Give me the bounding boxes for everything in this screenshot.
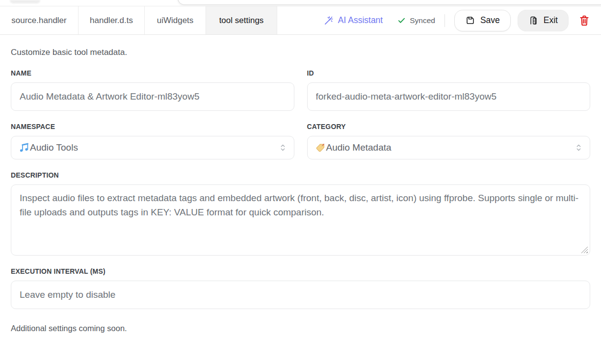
execution-interval-input[interactable] [11,281,590,309]
exit-button[interactable]: Exit [518,10,569,31]
id-label: ID [307,69,591,77]
floppy-icon [465,15,475,26]
id-input[interactable] [307,82,591,111]
ai-assistant-button[interactable]: AI Assistant [324,15,383,26]
tool-settings-panel: Customize basic tool metadata. NAME ID N… [0,48,601,333]
save-button-label: Save [480,15,500,26]
namespace-label: NAMESPACE [11,123,294,130]
footer-note: Additional settings coming soon. [11,324,590,333]
tab-source-handler[interactable]: source.handler [0,6,78,34]
exit-button-label: Exit [544,15,558,26]
category-select[interactable]: Audio Metadata [307,136,591,159]
header-divider [444,14,445,27]
namespace-value: Audio Tools [30,142,78,153]
music-note-icon [19,143,29,153]
tab-uiwidgets[interactable]: uiWidgets [145,6,206,34]
sync-status-label: Synced [410,16,435,25]
chevron-updown-icon [279,142,287,153]
save-button[interactable]: Save [454,10,511,31]
execution-interval-label: EXECUTION INTERVAL (MS) [11,267,590,275]
description-label: DESCRIPTION [11,171,590,179]
header-actions: AI Assistant Synced Save [324,6,601,34]
overlay-remnant-right [178,0,601,5]
category-label: CATEGORY [307,123,591,130]
tab-bar: source.handler handler.d.ts uiWidgets to… [0,6,601,35]
door-icon [528,15,539,26]
sync-status: Synced [397,16,435,25]
tag-icon [315,143,325,153]
delete-tool-button[interactable] [577,13,591,28]
check-icon [397,16,406,25]
description-textarea[interactable]: Inspect audio files to extract metadata … [11,184,590,256]
trash-icon [578,14,590,27]
intro-text: Customize basic tool metadata. [11,48,590,57]
name-input[interactable] [11,82,294,111]
chevron-updown-icon [575,142,582,153]
namespace-select[interactable]: Audio Tools [11,136,294,159]
ai-assistant-label: AI Assistant [338,15,383,26]
top-overlay-strip [0,0,601,6]
overlay-remnant-left [10,0,40,3]
name-label: NAME [11,69,294,77]
category-value: Audio Metadata [326,142,392,153]
wand-icon [324,16,334,26]
tab-tool-settings[interactable]: tool settings [206,6,277,34]
tab-handler-dts[interactable]: handler.d.ts [78,6,145,34]
